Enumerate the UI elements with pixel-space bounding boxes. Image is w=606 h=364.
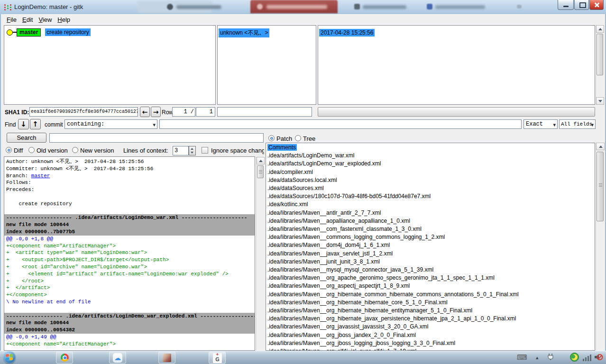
file-list-item[interactable]: .idea/libraries/Maven__org_javassist_jav…: [267, 323, 595, 331]
file-list-item[interactable]: .idea/libraries/Maven__org_hibernate_hib…: [267, 299, 595, 307]
file-list-item[interactable]: .idea/libraries/Maven__org_aspectj_aspec…: [267, 282, 595, 290]
file-list-item[interactable]: .idea/libraries/Maven__dom4j_dom4j_1_6_1…: [267, 241, 595, 249]
scrollbar-thumb[interactable]: [257, 165, 264, 178]
find-next-button[interactable]: ↓: [18, 119, 29, 129]
windows-logo-icon: [6, 354, 9, 357]
scrollbar-thumb[interactable]: [597, 34, 603, 75]
commit-graph-panel[interactable]: master create repository: [4, 25, 216, 105]
file-list-item[interactable]: .idea/libraries/Maven__org_apache_geroni…: [267, 274, 595, 282]
graph-scrollbar[interactable]: [596, 25, 604, 105]
file-list-item[interactable]: .idea/dataSources.local.xml: [267, 176, 595, 184]
find-prev-button[interactable]: ↑: [30, 119, 41, 129]
antivirus-shield-icon[interactable]: [570, 353, 579, 364]
patch-radio[interactable]: [268, 135, 275, 141]
titlebar: LoginDemo: master - gitk: [0, 0, 606, 14]
file-list-item[interactable]: .idea/artifacts/LoginDemo_war.xml: [267, 152, 595, 160]
taskbar-cloud-app-button[interactable]: ☁: [109, 352, 126, 364]
file-list-item[interactable]: .idea/libraries/Maven__org_jboss_jandex_…: [267, 331, 595, 339]
scrollbar-thumb[interactable]: [597, 152, 604, 221]
diff-pane[interactable]: Author: unknown <不见。> 2017-04-28 15:25:5…: [4, 156, 255, 351]
ignore-space-checkbox[interactable]: [202, 147, 208, 154]
row-extra-field: [217, 107, 312, 117]
file-list-item[interactable]: .idea/libraries/Maven__antlr_antlr_2_7_7…: [267, 209, 595, 217]
scroll-up-arrow[interactable]: [596, 25, 604, 33]
match-mode-dropdown[interactable]: Exact▾: [523, 119, 558, 129]
file-list-item[interactable]: .idea/libraries/Maven__javax_servlet_jst…: [267, 250, 595, 258]
file-list-item[interactable]: .idea/libraries/Maven__org_hibernate_hib…: [267, 307, 595, 315]
file-list-item[interactable]: .idea/libraries/Maven__org_jboss_logging…: [267, 339, 595, 347]
taskbar-image-viewer-button[interactable]: [158, 352, 175, 364]
tree-radio-label[interactable]: Tree: [303, 135, 315, 142]
find-query-input[interactable]: [159, 119, 522, 129]
new-version-radio[interactable]: [72, 147, 78, 153]
file-list-item[interactable]: .idea/libraries/Maven__junit_junit_3_8_1…: [267, 258, 595, 266]
show-hidden-icons-button[interactable]: ▴: [536, 355, 539, 361]
volume-muted-icon[interactable]: [594, 353, 603, 364]
file-list-scrollbar[interactable]: [596, 143, 604, 351]
lines-of-context-input[interactable]: 3: [173, 146, 189, 155]
commit-row[interactable]: master create repository: [7, 28, 91, 36]
branch-link[interactable]: master: [31, 173, 50, 179]
taskbar-gitk-button[interactable]: +G: [209, 352, 226, 364]
gitk-app-icon: [4, 4, 12, 10]
commit-author[interactable]: unknown <不见。>: [219, 28, 269, 37]
menu-item-edit[interactable]: Edit: [22, 16, 33, 23]
next-commit-button[interactable]: →: [151, 107, 161, 117]
menu-item-view[interactable]: View: [38, 16, 52, 23]
commit-date[interactable]: 2017-04-28 15:25:56: [319, 29, 375, 36]
file-list-item[interactable]: .idea/compiler.xml: [267, 168, 595, 176]
file-list-item[interactable]: .idea/libraries/Maven__com_fasterxml_cla…: [267, 225, 595, 233]
file-list-item[interactable]: .idea/libraries/Maven__aopalliance_aopal…: [267, 217, 595, 225]
file-list-item[interactable]: .idea/libraries/Maven__org_hibernate_com…: [267, 291, 595, 299]
input-method-keyboard-icon[interactable]: ⌨: [517, 354, 527, 361]
diff-radio-label[interactable]: Diff: [14, 147, 23, 154]
file-list-item[interactable]: .idea/kotlinc.xml: [267, 200, 595, 209]
branch-tag[interactable]: master: [17, 28, 41, 36]
ignore-space-label[interactable]: Ignore space chang: [211, 147, 264, 154]
file-list-item[interactable]: .idea/libraries/Maven__commons_logging_c…: [267, 233, 595, 241]
file-list-item[interactable]: .idea/libraries/Maven__org_hibernate_jav…: [267, 315, 595, 323]
network-signal-icon[interactable]: [583, 354, 592, 363]
file-list-item[interactable]: .idea/libraries/Maven__org_slf4j_jcl_ove…: [267, 347, 595, 351]
lines-of-context-spinner[interactable]: [189, 146, 196, 155]
author-panel[interactable]: unknown <不见。>: [217, 25, 316, 105]
search-button[interactable]: Search: [7, 133, 46, 143]
prev-commit-button[interactable]: ←: [140, 107, 150, 117]
menu-item-file[interactable]: File: [7, 16, 17, 23]
sha1-input[interactable]: eea31f6e679039257fcf8e36f04777cca5012798: [29, 107, 138, 117]
spinner-down-icon[interactable]: [191, 152, 193, 154]
power-plug-icon[interactable]: [547, 353, 555, 363]
scroll-up-arrow[interactable]: [596, 143, 605, 150]
menu-item-help[interactable]: Help: [57, 16, 70, 23]
diff-line: [6, 193, 255, 200]
maximize-button[interactable]: [574, 0, 589, 10]
diff-line: index 0000000..0054382: [4, 327, 255, 334]
scroll-down-arrow[interactable]: [596, 97, 604, 105]
tree-radio[interactable]: [295, 135, 301, 141]
taskbar-chrome-button[interactable]: [56, 352, 73, 364]
file-list-item[interactable]: .idea/libraries/Maven__mysql_mysql_conne…: [267, 266, 595, 274]
commit-subject[interactable]: create repository: [45, 28, 90, 36]
file-list-item[interactable]: Comments: [267, 144, 595, 152]
old-version-radio[interactable]: [28, 147, 35, 153]
scroll-up-arrow[interactable]: [257, 157, 265, 164]
spinner-up-icon[interactable]: [191, 148, 193, 150]
chevron-down-icon: ▾: [553, 121, 556, 129]
diff-scrollbar[interactable]: [256, 157, 264, 351]
patch-radio-label[interactable]: Patch: [276, 135, 292, 142]
file-list-item[interactable]: .idea/dataSources.xml: [267, 184, 595, 192]
file-list-item[interactable]: .idea/dataSources/180c107d-70a9-48f6-bd0…: [267, 192, 595, 200]
file-list-item[interactable]: .idea/artifacts/LoginDemo_war_exploded.x…: [267, 160, 595, 168]
background-new-tab[interactable]: [517, 5, 522, 9]
new-version-label[interactable]: New version: [80, 147, 114, 154]
diff-radio[interactable]: [6, 147, 12, 153]
start-button[interactable]: [3, 351, 16, 364]
minimize-button[interactable]: [558, 0, 574, 10]
containing-dropdown[interactable]: containing:▾: [64, 119, 157, 129]
search-input[interactable]: [49, 133, 264, 143]
date-panel[interactable]: 2017-04-28 15:25:56: [318, 25, 595, 105]
fields-mode-dropdown[interactable]: All fields▾: [559, 119, 596, 129]
close-button[interactable]: [589, 0, 604, 10]
old-version-label[interactable]: Old version: [37, 147, 68, 154]
file-list-pane[interactable]: Comments.idea/artifacts/LoginDemo_war.xm…: [266, 143, 595, 351]
